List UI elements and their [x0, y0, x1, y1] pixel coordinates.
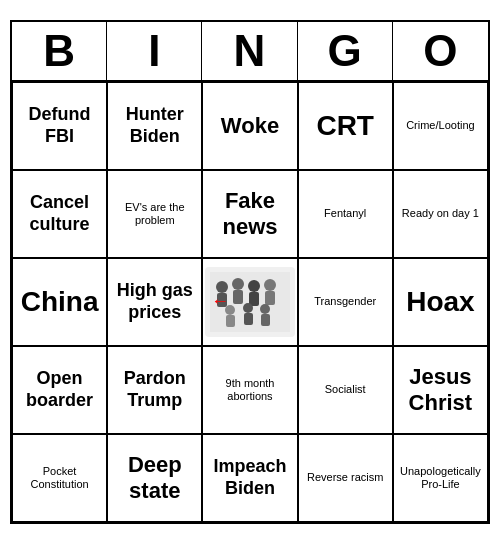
svg-point-11 — [243, 303, 253, 313]
header-g: G — [298, 22, 393, 80]
cell-r1-c2: Hunter Biden — [107, 82, 202, 170]
cell-text: Pardon Trump — [112, 368, 197, 411]
cell-r3-c1: China — [12, 258, 107, 346]
cell-r5-c2: Deep state — [107, 434, 202, 522]
cell-text: Fake news — [207, 188, 292, 241]
cell-text: Fentanyl — [324, 207, 366, 220]
cell-text: Socialist — [325, 383, 366, 396]
cell-r2-c4: Fentanyl — [298, 170, 393, 258]
header-b: B — [12, 22, 107, 80]
cell-r3-c5: Hoax — [393, 258, 488, 346]
cell-text: Hoax — [406, 285, 474, 319]
cell-text: Crime/Looting — [406, 119, 474, 132]
cell-r4-c2: Pardon Trump — [107, 346, 202, 434]
cell-r1-c3: Woke — [202, 82, 297, 170]
bingo-header: B I N G O — [12, 22, 488, 82]
svg-rect-14 — [261, 314, 270, 326]
svg-rect-10 — [226, 315, 235, 327]
cell-text: Cancel culture — [17, 192, 102, 235]
cell-r4-c5: Jesus Christ — [393, 346, 488, 434]
cell-r5-c3: Impeach Biden — [202, 434, 297, 522]
svg-point-7 — [264, 279, 276, 291]
cell-text: China — [21, 285, 99, 319]
bingo-grid: Defund FBIHunter BidenWokeCRTCrime/Looti… — [12, 82, 488, 522]
cell-r4-c1: Open boarder — [12, 346, 107, 434]
cell-r1-c1: Defund FBI — [12, 82, 107, 170]
header-n: N — [202, 22, 297, 80]
svg-rect-8 — [265, 291, 275, 305]
cell-text: Jesus Christ — [398, 364, 483, 417]
cell-text: CRT — [316, 109, 374, 143]
cell-text: Defund FBI — [17, 104, 102, 147]
cell-text: Woke — [221, 113, 279, 139]
cell-r3-c3: ← — [202, 258, 297, 346]
cell-r5-c4: Reverse racism — [298, 434, 393, 522]
header-i: I — [107, 22, 202, 80]
cell-r2-c1: Cancel culture — [12, 170, 107, 258]
cell-text: High gas prices — [112, 280, 197, 323]
cell-text: Hunter Biden — [112, 104, 197, 147]
cell-r5-c1: Pocket Constitution — [12, 434, 107, 522]
cell-r3-c4: Transgender — [298, 258, 393, 346]
red-arrow-icon: ← — [211, 291, 229, 313]
svg-point-3 — [232, 278, 244, 290]
cell-r2-c3: Fake news — [202, 170, 297, 258]
cell-r3-c2: High gas prices — [107, 258, 202, 346]
cell-text: Transgender — [314, 295, 376, 308]
cell-r1-c5: Crime/Looting — [393, 82, 488, 170]
svg-point-13 — [260, 304, 270, 314]
free-space-content: ← — [207, 263, 292, 341]
cell-text: Impeach Biden — [207, 456, 292, 499]
cell-r2-c2: EV's are the problem — [107, 170, 202, 258]
cell-r1-c4: CRT — [298, 82, 393, 170]
cell-r5-c5: Unapologetically Pro-Life — [393, 434, 488, 522]
svg-point-5 — [248, 280, 260, 292]
svg-rect-12 — [244, 313, 253, 325]
svg-rect-4 — [233, 290, 243, 304]
cell-text: Reverse racism — [307, 471, 383, 484]
cell-r4-c3: 9th month abortions — [202, 346, 297, 434]
cell-text: Pocket Constitution — [17, 465, 102, 491]
cell-text: Unapologetically Pro-Life — [398, 465, 483, 491]
cell-text: Ready on day 1 — [402, 207, 479, 220]
cell-text: Deep state — [112, 452, 197, 505]
cell-r4-c4: Socialist — [298, 346, 393, 434]
cell-text: 9th month abortions — [207, 377, 292, 403]
cell-text: Open boarder — [17, 368, 102, 411]
cell-text: EV's are the problem — [112, 201, 197, 227]
cell-r2-c5: Ready on day 1 — [393, 170, 488, 258]
header-o: O — [393, 22, 488, 80]
bingo-card: B I N G O Defund FBIHunter BidenWokeCRTC… — [10, 20, 490, 524]
